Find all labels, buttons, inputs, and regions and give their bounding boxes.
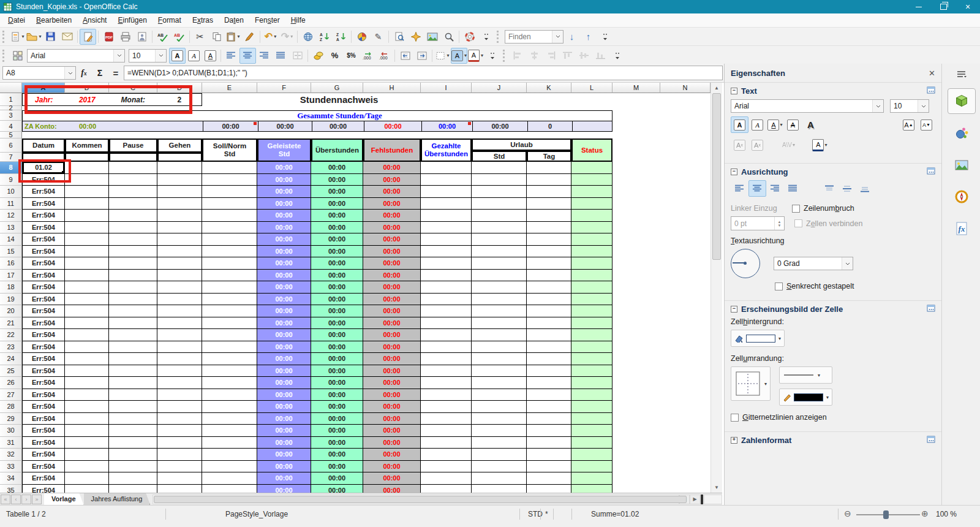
cell-D9[interactable] [157,174,202,186]
cell-C11[interactable] [109,198,157,210]
cell-L30[interactable] [571,425,612,437]
cell-C16[interactable] [109,257,157,270]
cell-N16[interactable] [660,257,710,270]
cell-G27[interactable]: 00:00 [311,389,363,401]
row-header-8[interactable]: 8 [0,162,22,174]
summary-cell-8[interactable]: 00:00 [472,121,527,131]
summary-cell-9[interactable]: 0 [527,121,572,131]
cell-H20[interactable]: 00:00 [363,305,421,317]
cell-H28[interactable]: 00:00 [363,401,421,413]
cell-B35[interactable] [65,485,109,493]
cell-G21[interactable]: 00:00 [311,317,363,330]
cell-A29[interactable]: Err:504 [22,413,65,425]
cell-B27[interactable] [65,389,109,401]
show-gridlines-checkbox[interactable] [731,414,739,422]
column-header-e[interactable]: E [202,83,257,93]
cell-K11[interactable] [527,198,571,210]
cell-F18[interactable]: 00:00 [257,281,311,294]
cell-F31[interactable]: 00:00 [257,437,311,449]
page-preview-button[interactable] [134,29,150,45]
cell-G35[interactable]: 00:00 [311,485,363,493]
cell-L21[interactable] [571,317,612,330]
cell-N19[interactable] [660,294,710,306]
cell-H16[interactable]: 00:00 [363,257,421,270]
cell-H24[interactable]: 00:00 [363,353,421,365]
cell-M27[interactable] [612,389,660,401]
cell-E22[interactable] [202,329,257,341]
cell-K22[interactable] [527,329,571,341]
cell-C31[interactable] [109,437,157,449]
superscript-button[interactable]: Ax [731,137,748,153]
cell-N30[interactable] [660,425,710,437]
cell-L10[interactable] [571,186,612,198]
cell-D21[interactable] [157,317,202,330]
cut-button[interactable]: ✂ [192,29,208,45]
cell-G32[interactable]: 00:00 [311,449,363,461]
cell-F9[interactable]: 00:00 [257,174,311,186]
cell-E10[interactable] [202,186,257,198]
cell-B33[interactable] [65,461,109,473]
cell-G15[interactable]: 00:00 [311,246,363,258]
cell-A12[interactable]: Err:504 [22,210,65,222]
cell-G23[interactable]: 00:00 [311,341,363,354]
chevron-down-icon[interactable]: ▾ [778,336,781,341]
cell-M30[interactable] [612,425,660,437]
cell-H18[interactable]: 00:00 [363,281,421,294]
cell-A31[interactable]: Err:504 [22,437,65,449]
row-header-9[interactable]: 9 [0,174,22,186]
cell-E35[interactable] [202,485,257,493]
cell-L31[interactable] [571,437,612,449]
row-header-21[interactable]: 21 [0,317,22,330]
align-objects-left-button[interactable] [510,48,526,64]
menu-bearbeiten[interactable]: Bearbeiten [31,15,77,26]
cell-N22[interactable] [660,329,710,341]
dialog-launcher-icon[interactable] [927,167,935,176]
chevron-down-icon[interactable] [918,100,929,112]
cell-I26[interactable] [421,377,472,389]
cell-B20[interactable] [65,305,109,317]
cell-J23[interactable] [472,341,527,354]
cell-K35[interactable] [527,485,571,493]
cell-C13[interactable] [109,222,157,234]
chevron-down-icon[interactable] [842,257,853,270]
cell-M13[interactable] [612,222,660,234]
zoom-slider-thumb[interactable] [883,510,889,519]
cell-L12[interactable] [571,210,612,222]
header-ueberstunden[interactable]: Überstunden [311,138,363,162]
cell-D15[interactable] [157,246,202,258]
cell-M31[interactable] [612,437,660,449]
cell-E29[interactable] [202,413,257,425]
cell-B17[interactable] [65,270,109,282]
auto-spellcheck-button[interactable]: AB [171,29,187,45]
sidebar-align-center-button[interactable] [748,180,766,197]
subscript-button[interactable]: Ax [748,137,766,153]
toolbar-drag-handle[interactable] [2,50,6,62]
cell-F8[interactable]: 00:00 [257,162,311,174]
header-pause-sub[interactable] [109,153,157,162]
shrink-font-button[interactable]: A▼ [918,116,935,133]
dialog-launcher-icon[interactable] [927,305,935,314]
cell-A10[interactable]: Err:504 [22,186,65,198]
styles-grid-button[interactable] [9,48,26,64]
cell-I29[interactable] [421,413,472,425]
menu-einfgen[interactable]: Einfügen [112,15,152,26]
cell-G22[interactable]: 00:00 [311,329,363,341]
cell-E28[interactable] [202,401,257,413]
cell-E14[interactable] [202,233,257,246]
cell-B14[interactable] [65,233,109,246]
open-button[interactable]: ▾ [26,29,42,45]
background-color-button[interactable]: A▾ [451,48,467,64]
cell-N32[interactable] [660,449,710,461]
header-kommen-sub[interactable] [65,153,109,162]
row-header-14[interactable]: 14 [0,233,22,246]
italic-button[interactable]: A [186,48,202,64]
cell-K24[interactable] [527,353,571,365]
cell-H32[interactable]: 00:00 [363,449,421,461]
cell-H12[interactable]: 00:00 [363,210,421,222]
row-header-12[interactable]: 12 [0,210,22,222]
cell-H15[interactable]: 00:00 [363,246,421,258]
summary-cell-0[interactable]: ZA Konto: [23,121,66,131]
first-sheet-button[interactable]: « [1,495,10,504]
row-header-5[interactable]: 5 [0,132,22,138]
cell-F24[interactable]: 00:00 [257,353,311,365]
